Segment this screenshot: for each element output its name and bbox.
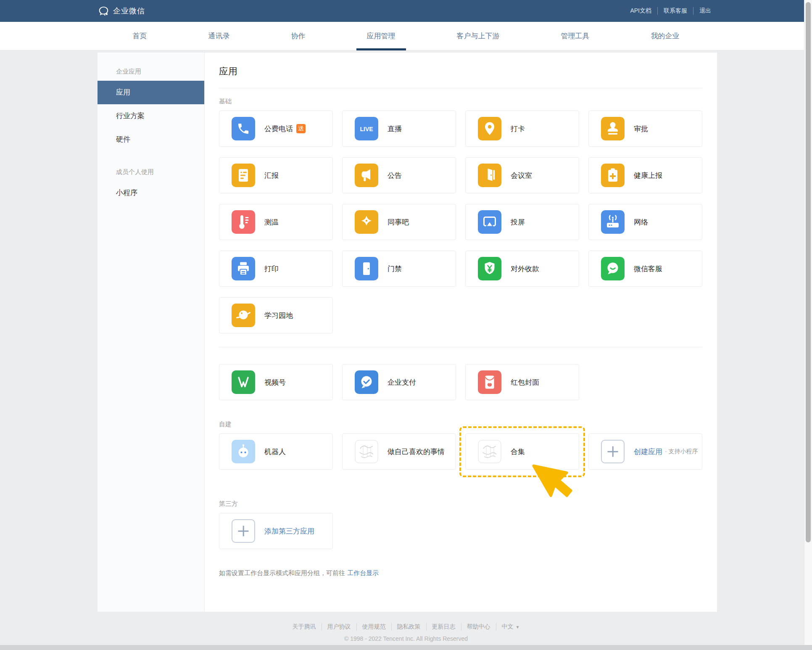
screen-cast-icon	[478, 210, 501, 234]
chat-bubble-icon	[601, 257, 625, 280]
basic-apps-grid: 公费电话 送 直播 打卡 审批 汇报 公告	[219, 111, 702, 333]
app-card-meeting-room[interactable]: 会议室	[465, 157, 579, 193]
app-card-robot[interactable]: 机器人	[219, 433, 333, 470]
sketch-image-icon	[355, 440, 378, 463]
footer-link-terms[interactable]: 用户协议	[322, 623, 356, 631]
section-divider	[219, 347, 702, 347]
sidebar-item-apps[interactable]: 应用	[98, 81, 204, 104]
location-pin-icon	[478, 117, 501, 140]
sidebar-group-personal-use: 成员个人使用	[98, 162, 204, 181]
brand-title: 企业微信	[113, 6, 145, 16]
content-card: 企业应用 应用 行业方案 硬件 成员个人使用 小程序 应用 基础 公费电话 送 …	[98, 53, 717, 612]
sidebar-item-industry-solutions[interactable]: 行业方案	[98, 104, 204, 128]
primary-nav: 首页 通讯录 协作 应用管理 客户与上下游 管理工具 我的企业	[0, 22, 812, 50]
gift-badge: 送	[296, 124, 306, 133]
workbench-note: 如需设置工作台显示模式和应用分组，可前往工作台显示	[219, 569, 702, 577]
sidebar-item-miniprograms[interactable]: 小程序	[98, 181, 204, 205]
footer-link-help[interactable]: 帮助中心	[461, 623, 496, 631]
app-card-health-report[interactable]: 健康上报	[588, 157, 702, 193]
topbar-link-contact-support[interactable]: 联系客服	[657, 7, 693, 15]
footer-link-changelog[interactable]: 更新日志	[426, 623, 461, 631]
health-clipboard-icon	[601, 164, 625, 187]
megaphone-icon	[355, 164, 378, 187]
app-card-corp-pay[interactable]: 企业支付	[342, 364, 456, 400]
footer: 关于腾讯 用户协议 使用规范 隐私政策 更新日志 帮助中心 中文▼ © 1998…	[0, 623, 812, 642]
plus-icon	[601, 440, 625, 463]
channels-logo-icon	[232, 370, 255, 394]
robot-icon	[232, 440, 255, 463]
app-card-print[interactable]: 打印	[219, 251, 333, 287]
app-card-collection[interactable]: 合集	[465, 433, 579, 470]
tab-contacts[interactable]: 通讯录	[208, 22, 230, 50]
selfbuilt-apps-grid: 机器人 做自己喜欢的事情 合集 创建应用 · 支持小程序	[219, 433, 702, 470]
app-card-colleague-bar[interactable]: 同事吧	[342, 204, 456, 240]
topbar-links: API文档 联系客服 退出	[624, 7, 717, 15]
printer-icon	[232, 257, 255, 280]
pay-chat-check-icon	[355, 370, 378, 394]
app-card-checkin[interactable]: 打卡	[465, 111, 579, 147]
sparkle-diamond-icon	[355, 210, 378, 234]
section-label-selfbuilt: 自建	[219, 420, 702, 428]
copyright: © 1998 - 2022 Tencent Inc. All Rights Re…	[0, 635, 812, 642]
app-card-access-control[interactable]: 门禁	[342, 251, 456, 287]
app-card-approval[interactable]: 审批	[588, 111, 702, 147]
workbench-display-link[interactable]: 工作台显示	[347, 569, 379, 576]
main-panel: 应用 基础 公费电话 送 直播 打卡 审批 汇报	[205, 53, 717, 612]
highlighted-app-wrapper: 合集	[465, 433, 579, 470]
router-icon	[601, 210, 625, 234]
tab-collaboration[interactable]: 协作	[291, 22, 306, 50]
app-card-external-payment[interactable]: 对外收款	[465, 251, 579, 287]
phone-icon	[232, 117, 255, 140]
planet-icon	[232, 304, 255, 327]
sketch-image-icon	[478, 440, 501, 463]
top-bar: 企业微信 API文档 联系客服 退出	[0, 0, 812, 22]
topbar-link-logout[interactable]: 退出	[693, 7, 717, 15]
app-card-announcement[interactable]: 公告	[342, 157, 456, 193]
app-card-red-packet-cover[interactable]: 红包封面	[465, 364, 579, 400]
red-packet-icon	[478, 370, 501, 394]
language-selector[interactable]: 中文▼	[496, 623, 525, 631]
title-divider	[219, 88, 702, 88]
sidebar-spacer	[98, 151, 204, 162]
app-card-wechat-service[interactable]: 微信客服	[588, 251, 702, 287]
scrollbar-thumb[interactable]	[806, 2, 811, 542]
app-card-temperature[interactable]: 测温	[219, 204, 333, 240]
app-card-live[interactable]: 直播	[342, 111, 456, 147]
sidebar-item-hardware[interactable]: 硬件	[98, 128, 204, 151]
access-door-icon	[355, 257, 378, 280]
app-card-network[interactable]: 网络	[588, 204, 702, 240]
footer-link-about[interactable]: 关于腾讯	[287, 623, 322, 631]
tab-customers[interactable]: 客户与上下游	[457, 22, 500, 50]
section-label-basic: 基础	[219, 98, 702, 105]
tab-my-company[interactable]: 我的企业	[651, 22, 680, 50]
tab-app-management[interactable]: 应用管理	[367, 22, 395, 50]
app-card-learning[interactable]: 学习园地	[219, 297, 333, 333]
app-card-free-call[interactable]: 公费电话 送	[219, 111, 333, 147]
app-card-screen-cast[interactable]: 投屏	[465, 204, 579, 240]
tab-home[interactable]: 首页	[133, 22, 147, 50]
media-apps-grid: 视频号 企业支付 红包封面	[219, 364, 702, 400]
add-thirdparty-app-button[interactable]: 添加第三方应用	[219, 513, 333, 549]
wework-logo-icon	[98, 5, 109, 17]
brand: 企业微信	[98, 5, 145, 17]
window-bottom-edge	[0, 645, 812, 650]
report-doc-icon	[232, 164, 255, 187]
tab-admin-tools[interactable]: 管理工具	[561, 22, 590, 50]
footer-links: 关于腾讯 用户协议 使用规范 隐私政策 更新日志 帮助中心 中文▼	[287, 623, 525, 631]
chevron-down-icon: ▼	[516, 625, 520, 629]
topbar-link-api-docs[interactable]: API文档	[624, 7, 657, 15]
create-app-button[interactable]: 创建应用 · 支持小程序	[588, 433, 702, 470]
footer-link-privacy[interactable]: 隐私政策	[391, 623, 426, 631]
scrollbar-track[interactable]	[804, 0, 812, 650]
section-label-thirdparty: 第三方	[219, 500, 702, 507]
app-card-do-what-you-love[interactable]: 做自己喜欢的事情	[342, 433, 456, 470]
thirdparty-grid: 添加第三方应用	[219, 513, 702, 549]
live-icon	[355, 117, 378, 140]
door-open-icon	[478, 164, 501, 187]
footer-link-usage[interactable]: 使用规范	[356, 623, 391, 631]
thermometer-icon	[232, 210, 255, 234]
app-card-channels[interactable]: 视频号	[219, 364, 333, 400]
plus-icon	[232, 519, 255, 543]
page-title: 应用	[219, 65, 702, 78]
app-card-report[interactable]: 汇报	[219, 157, 333, 193]
